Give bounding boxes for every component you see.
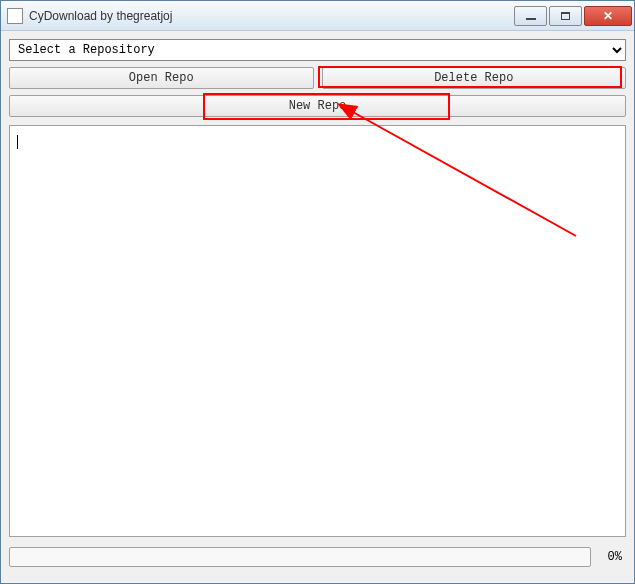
progress-row: 0% (9, 547, 626, 567)
app-window: CyDownload by thegreatjoj ✕ Select a Rep… (0, 0, 635, 584)
maximize-button[interactable] (549, 6, 582, 26)
titlebar[interactable]: CyDownload by thegreatjoj ✕ (1, 1, 634, 31)
delete-repo-button[interactable]: Delete Repo (322, 67, 627, 89)
button-row-top: Open Repo Delete Repo (9, 67, 626, 89)
minimize-icon (526, 18, 536, 20)
repository-select[interactable]: Select a Repository (9, 39, 626, 61)
content-area: Select a Repository Open Repo Delete Rep… (1, 31, 634, 575)
app-icon (7, 8, 23, 24)
maximize-icon (561, 12, 570, 20)
text-cursor (17, 135, 18, 149)
progress-bar (9, 547, 591, 567)
minimize-button[interactable] (514, 6, 547, 26)
progress-percent-label: 0% (591, 550, 626, 564)
log-textarea[interactable] (9, 125, 626, 537)
window-title: CyDownload by thegreatjoj (29, 9, 514, 23)
open-repo-button[interactable]: Open Repo (9, 67, 314, 89)
new-repo-button[interactable]: New Repo (9, 95, 626, 117)
close-button[interactable]: ✕ (584, 6, 632, 26)
close-icon: ✕ (603, 9, 613, 23)
window-controls: ✕ (514, 6, 632, 26)
